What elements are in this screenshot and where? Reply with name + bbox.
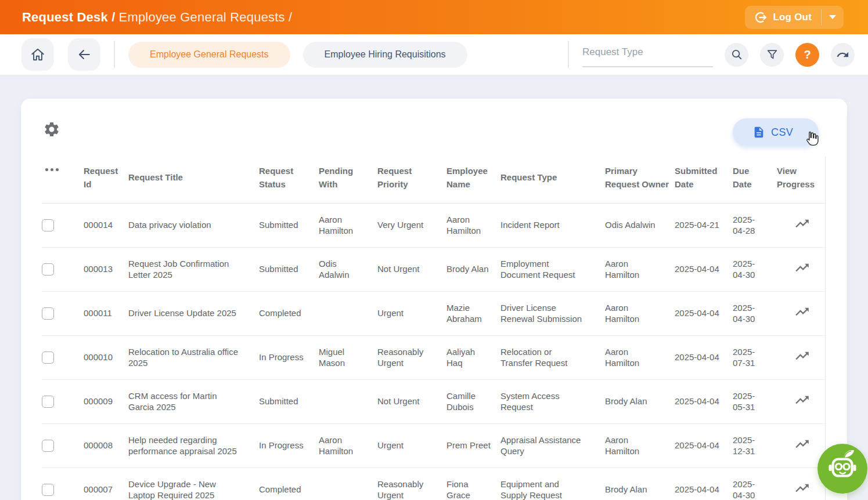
forward-button[interactable] <box>831 43 855 67</box>
column-header-7[interactable]: Request Type <box>500 157 605 203</box>
forward-arrow-icon <box>836 48 849 61</box>
settings-button[interactable] <box>43 121 60 138</box>
view-progress-icon[interactable] <box>794 260 810 276</box>
cell-submitted-date: 2025-04-04 <box>675 468 733 500</box>
view-progress-icon[interactable] <box>794 436 810 452</box>
table-body: 000014 Data privacy violation Submitted … <box>42 203 825 500</box>
cell-request-type: Equipment and Supply Request <box>500 468 605 500</box>
cell-employee-name: Camille Dubois <box>446 379 500 423</box>
cell-request-priority: Urgent <box>377 423 446 468</box>
view-progress-icon[interactable] <box>794 216 810 231</box>
table-row: 000007 Device Upgrade - New Laptop Requi… <box>42 468 825 500</box>
view-progress-icon[interactable] <box>794 480 810 496</box>
row-checkbox[interactable] <box>42 219 54 231</box>
cell-due-date: 2025-04-30 <box>733 468 777 500</box>
table-row: 000014 Data privacy violation Submitted … <box>42 203 825 247</box>
row-checkbox[interactable] <box>42 263 54 276</box>
logout-button[interactable]: Log Out <box>745 6 821 29</box>
cell-employee-name: Prem Preet <box>446 423 500 468</box>
cell-request-status: In Progress <box>259 423 319 468</box>
chatbot-fab[interactable] <box>817 444 867 494</box>
table-row: 000011 Driver License Update 2025 Comple… <box>42 291 825 335</box>
cell-request-priority: Not Urgent <box>377 247 446 291</box>
table-header-row: RequestIdRequest TitleRequestStatusPendi… <box>42 157 825 203</box>
cell-employee-name: Fiona Grace <box>446 468 500 500</box>
tab-employee-hiring-requisitions[interactable]: Employee Hiring Requisitions <box>303 42 467 68</box>
cell-request-priority: Reasonably Urgent <box>377 335 446 379</box>
row-checkbox[interactable] <box>42 396 54 408</box>
cell-request-status: Submitted <box>259 203 319 247</box>
filter-button[interactable] <box>760 43 784 67</box>
cell-pending-with: Miguel Mason <box>319 335 377 379</box>
cell-request-title: Help needed regarding performance apprai… <box>128 423 259 468</box>
row-checkbox[interactable] <box>42 307 54 320</box>
column-header-5[interactable]: RequestPriority <box>377 157 446 203</box>
cell-request-priority: Not Urgent <box>377 379 446 423</box>
back-button[interactable] <box>68 38 100 71</box>
tab-employee-general-requests[interactable]: Employee General Requests <box>128 42 290 68</box>
cell-request-id: 000013 <box>84 247 128 291</box>
help-button[interactable]: ? <box>795 43 819 67</box>
logout-dropdown-button[interactable] <box>822 6 844 29</box>
view-progress-icon[interactable] <box>794 392 810 408</box>
row-checkbox[interactable] <box>42 484 54 496</box>
logout-label: Log Out <box>773 12 812 23</box>
top-bar: Request Desk /Employee General Requests … <box>0 0 868 34</box>
column-header-3[interactable]: RequestStatus <box>259 157 319 203</box>
cell-due-date: 2025-12-31 <box>733 423 777 468</box>
column-options-icon[interactable] <box>42 168 81 186</box>
filter-icon <box>766 48 779 61</box>
help-icon: ? <box>804 48 811 61</box>
cell-request-id: 000009 <box>84 379 128 423</box>
row-checkbox[interactable] <box>42 352 54 364</box>
search-button[interactable] <box>725 43 748 67</box>
column-header-2[interactable]: Request Title <box>128 157 259 203</box>
cell-primary-request-owner: Brody Alan <box>605 379 675 423</box>
column-header-8[interactable]: PrimaryRequest Owner <box>605 157 675 203</box>
cell-primary-request-owner: Aaron Hamilton <box>605 247 675 291</box>
cell-employee-name: Brody Alan <box>446 247 500 291</box>
column-header-9[interactable]: SubmittedDate <box>675 157 733 203</box>
request-type-search-input[interactable] <box>582 42 713 67</box>
requests-card: CSV RequestIdRequest TitleRequestStatusP… <box>21 99 847 500</box>
cell-due-date: 2025-04-30 <box>733 247 777 291</box>
cell-request-title: CRM access for Martin Garcia 2025 <box>128 379 259 423</box>
cell-submitted-date: 2025-04-21 <box>675 203 733 247</box>
cell-primary-request-owner: Aaron Hamilton <box>605 423 675 468</box>
cell-request-type: Incident Report <box>500 203 605 247</box>
cell-request-id: 000011 <box>84 291 128 335</box>
cell-request-priority: Very Urgent <box>377 203 446 247</box>
export-csv-button[interactable]: CSV <box>733 118 819 146</box>
cell-request-id: 000010 <box>84 335 128 379</box>
cell-request-status: Submitted <box>259 379 319 423</box>
view-progress-icon[interactable] <box>794 348 810 364</box>
cell-primary-request-owner: Aaron Hamilton <box>605 335 675 379</box>
cell-request-priority: Urgent <box>377 291 446 335</box>
home-button[interactable] <box>21 38 54 71</box>
column-header-10[interactable]: DueDate <box>733 157 777 203</box>
column-header-6[interactable]: EmployeeName <box>446 157 500 203</box>
cell-request-id: 000007 <box>84 468 128 500</box>
cell-request-title: Data privacy violation <box>128 203 259 247</box>
cell-submitted-date: 2025-04-04 <box>675 379 733 423</box>
cell-request-title: Device Upgrade - New Laptop Required 202… <box>128 468 259 500</box>
home-icon <box>30 47 45 62</box>
cell-employee-name: Mazie Abraham <box>446 291 500 335</box>
table-row: 000010 Relocation to Australia office 20… <box>42 335 825 379</box>
cell-request-priority: Reasonably Urgent <box>377 468 446 500</box>
chevron-down-icon <box>829 15 836 19</box>
column-header-11[interactable]: ViewProgress <box>777 157 825 203</box>
requests-table: RequestIdRequest TitleRequestStatusPendi… <box>42 157 826 500</box>
view-progress-icon[interactable] <box>794 304 810 320</box>
column-header-1[interactable]: RequestId <box>84 157 128 203</box>
column-header-4[interactable]: PendingWith <box>319 157 377 203</box>
toolbar: Employee General Requests Employee Hirin… <box>0 34 868 75</box>
cell-request-status: In Progress <box>259 335 319 379</box>
cell-pending-with: Odis Adalwin <box>319 247 377 291</box>
breadcrumb: Request Desk /Employee General Requests … <box>22 11 292 24</box>
row-checkbox[interactable] <box>42 440 54 452</box>
cell-pending-with <box>319 291 377 335</box>
cell-request-type: Employment Document Request <box>500 247 605 291</box>
cell-request-status: Completed <box>259 468 319 500</box>
back-arrow-icon <box>77 47 92 62</box>
